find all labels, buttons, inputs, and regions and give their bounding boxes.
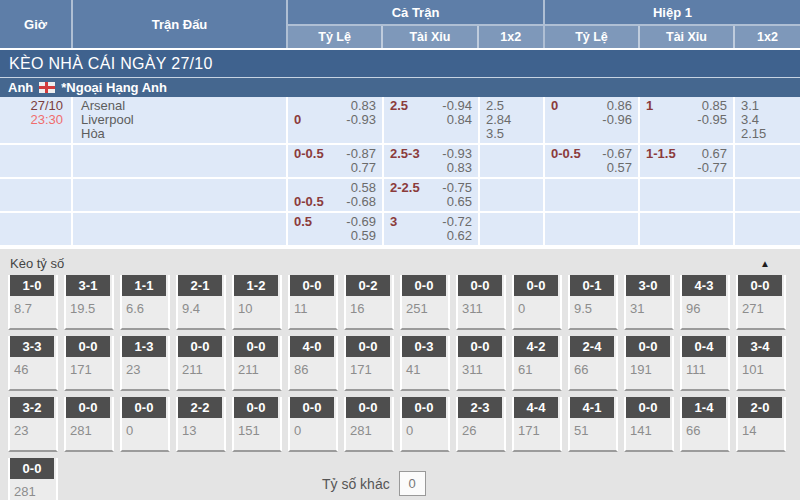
odds-line: 0.83 bbox=[390, 161, 472, 175]
england-flag-icon bbox=[39, 82, 55, 93]
h1-handicap-cell[interactable] bbox=[545, 213, 640, 245]
column-header-ft-overunder: Tài Xỉu bbox=[383, 26, 478, 48]
h1-x12-cell[interactable] bbox=[735, 179, 800, 211]
score-odds-cell[interactable]: 0-00 bbox=[288, 397, 338, 452]
h1-x12-cell[interactable]: 3.13.42.15 bbox=[735, 97, 800, 143]
score-odds-cell[interactable]: 1-466 bbox=[680, 397, 730, 452]
score-odds-cell[interactable]: 0-011 bbox=[288, 275, 338, 330]
ft-handicap-cell[interactable]: 0-0.5-0.870.77 bbox=[288, 145, 384, 177]
score-odds-value: 26 bbox=[458, 418, 504, 438]
score-odds-cell[interactable]: 0-19.5 bbox=[568, 275, 618, 330]
score-odds-cell[interactable]: 0-0251 bbox=[400, 275, 450, 330]
score-odds-cell[interactable]: 0-0211 bbox=[176, 336, 226, 391]
handicap-value: 3 bbox=[390, 215, 397, 229]
h1-handicap-cell[interactable]: 00.86-0.96 bbox=[545, 97, 640, 143]
score-label: 2-1 bbox=[178, 275, 222, 296]
score-odds-cell[interactable]: 0-0281 bbox=[344, 397, 394, 452]
h1-overunder-cell[interactable]: 10.85-0.95 bbox=[640, 97, 735, 143]
score-odds-cell[interactable]: 0-216 bbox=[344, 275, 394, 330]
score-odds-cell[interactable]: 2-014 bbox=[736, 397, 786, 452]
league-bar[interactable]: Anh *Ngoại Hạng Anh bbox=[0, 77, 800, 97]
score-label: 4-2 bbox=[514, 336, 558, 357]
score-odds-cell[interactable]: 3-119.5 bbox=[64, 275, 114, 330]
score-odds-cell[interactable]: 3-031 bbox=[624, 275, 674, 330]
score-odds-cell[interactable]: 0-0271 bbox=[736, 275, 786, 330]
score-odds-cell[interactable]: 0-0281 bbox=[8, 458, 58, 500]
score-odds-cell[interactable]: 0-0171 bbox=[344, 336, 394, 391]
ft-overunder-cell[interactable]: 3-0.720.62 bbox=[384, 213, 480, 245]
score-odds-cell[interactable]: 2-326 bbox=[456, 397, 506, 452]
score-label: 0-0 bbox=[66, 397, 110, 418]
ft-overunder-cell[interactable]: 2.5-0.940.84 bbox=[384, 97, 480, 143]
odds-value: -0.72 bbox=[442, 215, 472, 229]
column-header-h1-1x2: 1x2 bbox=[735, 26, 800, 48]
collapse-arrow-icon[interactable]: ▲ bbox=[760, 258, 770, 269]
score-odds-value: 11 bbox=[290, 296, 336, 316]
score-odds-cell[interactable]: 2-19.4 bbox=[176, 275, 226, 330]
odds-value: -0.67 bbox=[602, 147, 632, 161]
teams-cell bbox=[73, 213, 288, 245]
score-odds-cell[interactable]: 0-0151 bbox=[232, 397, 282, 452]
score-odds-cell[interactable]: 4-261 bbox=[512, 336, 562, 391]
score-odds-cell[interactable]: 0-0191 bbox=[624, 336, 674, 391]
score-odds-cell[interactable]: 0-0171 bbox=[64, 336, 114, 391]
score-odds-cell[interactable]: 0-00 bbox=[400, 397, 450, 452]
ft-handicap-cell[interactable]: 0.580-0.5-0.68 bbox=[288, 179, 384, 211]
odds-value: -0.87 bbox=[346, 147, 376, 161]
score-label: 0-0 bbox=[458, 336, 502, 357]
ft-overunder-cell[interactable]: 2-2.5-0.750.65 bbox=[384, 179, 480, 211]
h1-overunder-cell[interactable] bbox=[640, 179, 735, 211]
ft-handicap-cell[interactable]: 0.5-0.690.59 bbox=[288, 213, 384, 245]
score-odds-cell[interactable]: 1-08.7 bbox=[8, 275, 58, 330]
ft-x12-cell[interactable]: 2.52.843.5 bbox=[480, 97, 545, 143]
odds-value: -0.69 bbox=[346, 215, 376, 229]
score-odds-cell[interactable]: 0-00 bbox=[120, 397, 170, 452]
score-section-title: Kèo tỷ số bbox=[10, 256, 64, 271]
score-odds-cell[interactable]: 4-086 bbox=[288, 336, 338, 391]
score-odds-cell[interactable]: 3-346 bbox=[8, 336, 58, 391]
score-odds-cell[interactable]: 1-323 bbox=[120, 336, 170, 391]
score-odds-value: 8.7 bbox=[10, 296, 56, 316]
ft-x12-cell[interactable] bbox=[480, 179, 545, 211]
score-odds-cell[interactable]: 0-0141 bbox=[624, 397, 674, 452]
score-label: 1-0 bbox=[10, 275, 54, 296]
score-odds-cell[interactable]: 2-213 bbox=[176, 397, 226, 452]
h1-x12-cell[interactable] bbox=[735, 213, 800, 245]
x12-odds-value: 2.5 bbox=[486, 99, 537, 113]
score-odds-cell[interactable]: 2-466 bbox=[568, 336, 618, 391]
score-label: 2-2 bbox=[178, 397, 222, 418]
score-odds-cell[interactable]: 4-396 bbox=[680, 275, 730, 330]
ft-x12-cell[interactable] bbox=[480, 145, 545, 177]
h1-handicap-cell[interactable] bbox=[545, 179, 640, 211]
ft-x12-cell[interactable] bbox=[480, 213, 545, 245]
score-odds-cell[interactable]: 0-00 bbox=[512, 275, 562, 330]
score-odds-cell[interactable]: 0-341 bbox=[400, 336, 450, 391]
ft-handicap-cell[interactable]: 0.830-0.93 bbox=[288, 97, 384, 143]
other-score-input[interactable] bbox=[399, 471, 426, 496]
score-odds-value: 171 bbox=[346, 357, 392, 377]
score-odds-value: 151 bbox=[234, 418, 280, 438]
score-odds-cell[interactable]: 0-0211 bbox=[232, 336, 282, 391]
h1-handicap-cell[interactable]: 0-0.5-0.670.57 bbox=[545, 145, 640, 177]
odds-line: 3-0.72 bbox=[390, 215, 472, 229]
score-label: 1-2 bbox=[234, 275, 278, 296]
odds-line: 0.58 bbox=[294, 181, 376, 195]
h1-overunder-cell[interactable] bbox=[640, 213, 735, 245]
score-odds-cell[interactable]: 0-0311 bbox=[456, 275, 506, 330]
h1-x12-cell[interactable] bbox=[735, 145, 800, 177]
score-odds-cell[interactable]: 0-0281 bbox=[64, 397, 114, 452]
score-odds-cell[interactable]: 3-4101 bbox=[736, 336, 786, 391]
odds-line: 0.77 bbox=[294, 161, 376, 175]
score-odds-cell[interactable]: 0-4111 bbox=[680, 336, 730, 391]
score-odds-cell[interactable]: 4-151 bbox=[568, 397, 618, 452]
h1-overunder-cell[interactable]: 1-1.50.67-0.77 bbox=[640, 145, 735, 177]
ft-overunder-cell[interactable]: 2.5-3-0.930.83 bbox=[384, 145, 480, 177]
score-odds-cell[interactable]: 1-16.6 bbox=[120, 275, 170, 330]
teams-cell bbox=[73, 145, 288, 177]
score-label: 0-0 bbox=[514, 275, 558, 296]
score-odds-cell[interactable]: 0-0311 bbox=[456, 336, 506, 391]
score-odds-cell[interactable]: 1-210 bbox=[232, 275, 282, 330]
score-odds-cell[interactable]: 4-4171 bbox=[512, 397, 562, 452]
score-odds-cell[interactable]: 3-223 bbox=[8, 397, 58, 452]
other-score-group: Tỷ số khác bbox=[322, 471, 426, 496]
